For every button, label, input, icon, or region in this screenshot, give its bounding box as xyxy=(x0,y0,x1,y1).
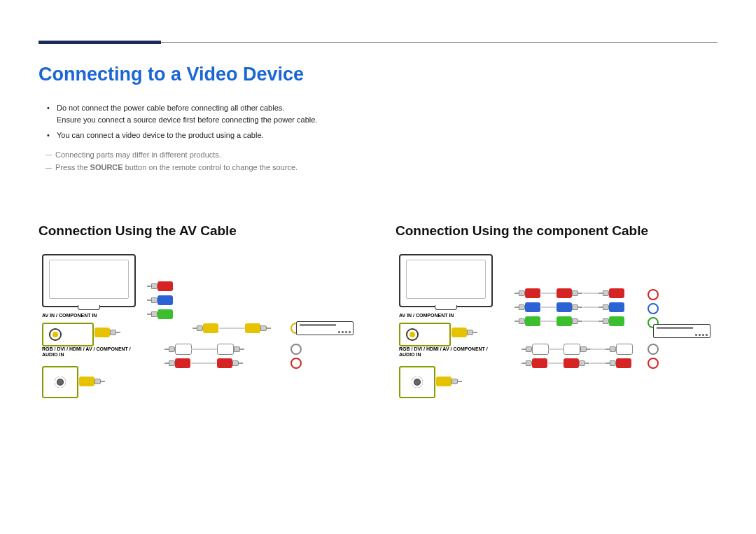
port-label-av-in: AV IN / COMPONENT IN xyxy=(399,313,454,318)
footnote-text: button on the remote control to change t… xyxy=(123,163,298,171)
jack-red-icon xyxy=(290,358,302,369)
component-cable-section: Connection Using the component Cable AV … xyxy=(396,223,724,394)
note-item: Do not connect the power cable before co… xyxy=(47,102,718,125)
plug-blue-icon xyxy=(514,302,540,313)
plug-red-icon xyxy=(606,358,631,369)
av-cable-diagram: AV IN / COMPONENT IN RGB / DVI / HDMI / … xyxy=(38,254,368,394)
port-av-in xyxy=(399,323,451,346)
footnote-text: Connecting parts may differ in different… xyxy=(55,150,221,159)
plug-yellow-icon xyxy=(436,376,462,387)
plug-red-icon xyxy=(564,358,589,369)
header-rule xyxy=(38,42,718,43)
footnote: Press the SOURCE button on the remote co… xyxy=(38,161,718,174)
plug-red-icon xyxy=(522,358,547,369)
jack-red-icon xyxy=(648,358,659,369)
plug-white-icon xyxy=(606,344,633,355)
jack-white-icon xyxy=(290,344,302,355)
footnote: Connecting parts may differ in different… xyxy=(38,148,718,162)
jack-white-icon xyxy=(648,344,659,355)
port-label-audio-in: RGB / DVI / HDMI / AV / COMPONENT / AUDI… xyxy=(42,346,140,358)
plug-red-icon xyxy=(217,358,243,369)
note-text: Ensure you connect a source device first… xyxy=(57,114,718,126)
video-player-icon xyxy=(296,321,354,335)
av-cable-section: Connection Using the AV Cable AV IN / CO… xyxy=(38,223,368,394)
plug-yellow-icon xyxy=(94,327,120,338)
plug-red-icon xyxy=(147,281,173,292)
plug-yellow-icon xyxy=(451,327,477,338)
plug-white-icon xyxy=(164,344,192,355)
note-text: You can connect a video device to the pr… xyxy=(57,131,264,139)
plug-yellow-icon xyxy=(79,376,105,387)
plug-red-icon xyxy=(556,288,582,299)
jack-blue-icon xyxy=(648,303,659,314)
plug-green-icon xyxy=(147,309,173,320)
section-title: Connection Using the component Cable xyxy=(396,223,724,239)
page-title: Connecting to a Video Device xyxy=(38,64,718,85)
plug-white-icon xyxy=(522,344,549,355)
section-title: Connection Using the AV Cable xyxy=(38,223,368,239)
display-device-icon xyxy=(42,254,136,307)
display-device-icon xyxy=(399,254,493,307)
port-av-in xyxy=(42,323,94,346)
note-item: You can connect a video device to the pr… xyxy=(47,129,718,141)
manual-page: Connecting to a Video Device Do not conn… xyxy=(0,0,756,422)
plug-white-icon xyxy=(564,344,591,355)
plug-blue-icon xyxy=(556,302,582,313)
jack-red-icon xyxy=(648,289,659,300)
plug-red-icon xyxy=(514,288,540,299)
port-label-audio-in: RGB / DVI / HDMI / AV / COMPONENT / AUDI… xyxy=(399,346,497,358)
plug-green-icon xyxy=(556,316,582,327)
plug-green-icon xyxy=(514,316,540,327)
port-label-av-in: AV IN / COMPONENT IN xyxy=(42,313,97,318)
note-text: Do not connect the power cable before co… xyxy=(57,104,284,112)
video-player-icon xyxy=(653,324,710,338)
diagram-columns: Connection Using the AV Cable AV IN / CO… xyxy=(38,223,718,394)
plug-red-icon xyxy=(164,358,190,369)
plug-green-icon xyxy=(598,316,624,327)
notes-list: Do not connect the power cable before co… xyxy=(47,102,718,141)
component-cable-diagram: AV IN / COMPONENT IN RGB / DVI / HDMI / … xyxy=(396,254,724,394)
plug-white-icon xyxy=(217,344,244,355)
port-audio-in xyxy=(399,366,435,398)
plug-blue-icon xyxy=(147,295,173,306)
plug-yellow-icon xyxy=(192,323,218,334)
port-audio-in xyxy=(42,366,78,398)
footnote-text: Press the xyxy=(55,163,90,171)
plug-blue-icon xyxy=(598,302,624,313)
plug-red-icon xyxy=(598,288,624,299)
plug-yellow-icon xyxy=(245,323,271,334)
footnote-bold: SOURCE xyxy=(90,163,123,171)
